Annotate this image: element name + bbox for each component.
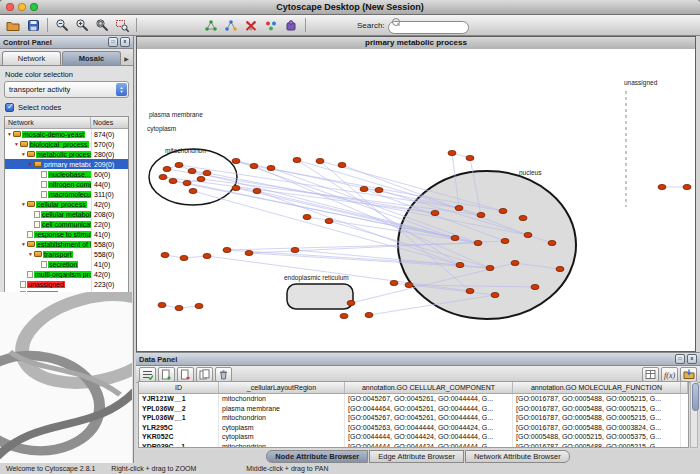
node-color-dropdown[interactable]: transporter activity ▲▼ (4, 81, 129, 98)
table-cell[interactable]: [GO:0016787, GO:0005488, GO:0005215, G..… (513, 394, 681, 404)
vizmapper-icon[interactable] (262, 17, 280, 34)
network-node[interactable] (486, 265, 494, 270)
network-node[interactable] (232, 158, 240, 163)
import-network-icon[interactable] (202, 17, 220, 34)
float-panel-icon[interactable]: □ (108, 37, 118, 47)
tree-row-response-to-stimul[interactable]: ▼response to stimul...41(0) (5, 229, 128, 239)
network-node[interactable] (347, 300, 355, 305)
network-node[interactable] (556, 266, 564, 271)
network-node[interactable] (511, 260, 519, 265)
table-cell[interactable]: YKR052C (139, 432, 219, 442)
network-node[interactable] (291, 247, 299, 252)
network-node[interactable] (466, 155, 474, 160)
save-session-icon[interactable] (24, 17, 42, 34)
close-panel-icon[interactable]: x (687, 354, 697, 364)
network-node[interactable] (338, 162, 346, 167)
table-cell[interactable]: [GO:0045267, GO:0045261, GO:0044444, G..… (345, 394, 513, 404)
create-attribute-icon[interactable] (158, 367, 175, 382)
network-tree-label[interactable]: transport (43, 251, 73, 258)
network-overview-thumbnail[interactable] (0, 292, 132, 463)
tree-row-mosaic-demo-yeast[interactable]: ▼mosaic-demo-yeast874(0) (5, 129, 128, 139)
table-cell[interactable]: [GO:0044444, GO:0044424, GO:0044444, G..… (345, 432, 513, 442)
network-node[interactable] (189, 188, 197, 193)
network-node[interactable] (267, 165, 275, 170)
network-tree-label[interactable]: nucleobase... (48, 171, 91, 178)
network-node[interactable] (175, 305, 183, 310)
network-tree-label[interactable]: metabolic process (36, 151, 91, 158)
tab-mosaic[interactable]: Mosaic (62, 51, 121, 65)
network-node[interactable] (501, 238, 509, 243)
column-header-network[interactable]: Network (5, 117, 91, 128)
network-node[interactable] (474, 240, 482, 245)
network-node[interactable] (293, 157, 301, 162)
table-cell[interactable]: YLR295C (139, 423, 219, 433)
network-node[interactable] (491, 292, 499, 297)
table-cell[interactable]: [GO:0045263, GO:0044444, GO:0044424, G..… (345, 423, 513, 433)
network-tree-label[interactable]: secretion (48, 261, 78, 268)
scrollbar-thumb[interactable] (692, 383, 699, 411)
network-node[interactable] (524, 232, 532, 237)
network-node[interactable] (466, 288, 474, 293)
network-node[interactable] (175, 162, 183, 167)
network-node[interactable] (519, 215, 527, 220)
tab-network[interactable]: Network (2, 51, 61, 65)
attribute-list-icon[interactable] (196, 367, 213, 382)
tree-row-nitrogen-compo[interactable]: ▼nitrogen compo...44(0) (5, 179, 128, 189)
network-node[interactable] (456, 262, 464, 267)
plugin-manager-icon[interactable] (282, 17, 300, 34)
network-tree-label[interactable]: cellular metabol... (41, 211, 91, 218)
close-panel-icon[interactable]: x (120, 37, 130, 47)
table-row[interactable]: YPL036W__2plasma membrane[GO:0044464, GO… (139, 404, 688, 414)
table-row[interactable]: YPL036W__1mitochondrion[GO:0045267, GO:0… (139, 413, 688, 423)
tab-network-attribute-browser[interactable]: Network Attribute Browser (465, 450, 570, 463)
table-cell[interactable]: mitochondrion (219, 394, 345, 404)
network-node[interactable] (203, 170, 211, 175)
tree-row-multi-organism-pro[interactable]: ▼multi-organism pro...42(0) (5, 269, 128, 279)
delete-attribute-icon[interactable] (177, 367, 194, 382)
table-cell[interactable]: [GO:0016787, GO:0005488, GO:0003824, G..… (513, 423, 681, 433)
table-row[interactable]: YDR039C__1mitochondrion[GO:0044444, GO:0… (139, 442, 688, 449)
table-scrollbar[interactable] (690, 381, 698, 448)
float-panel-icon[interactable]: □ (675, 354, 685, 364)
tree-row-establishment-of-lo[interactable]: ▼establishment of lo...558(0) (5, 239, 128, 249)
tree-row-primary-metabo[interactable]: ▼primary metabo...209(0) (5, 159, 128, 169)
network-node[interactable] (316, 158, 324, 163)
zoom-window-button[interactable] (30, 3, 38, 11)
network-node[interactable] (375, 187, 383, 192)
table-cell[interactable]: mitochondrion (219, 442, 345, 449)
network-node[interactable] (158, 302, 166, 307)
network-node[interactable] (325, 218, 333, 223)
table-cell[interactable]: [GO:0005488, GO:0005215, GO:0005375, G..… (513, 432, 681, 442)
table-cell[interactable]: [GO:0016787, GO:0005488, GO:0005215, G..… (513, 413, 681, 423)
tree-row-cellular-metabol[interactable]: ▼cellular metabol...208(0) (5, 209, 128, 219)
network-node[interactable] (548, 240, 556, 245)
table-cell[interactable]: YDR039C__1 (139, 442, 219, 449)
destroy-network-icon[interactable] (242, 17, 260, 34)
network-node[interactable] (405, 282, 413, 287)
column-header[interactable]: _cellularLayoutRegion (219, 382, 345, 393)
zoom-in-icon[interactable] (73, 17, 91, 34)
network-node[interactable] (340, 313, 348, 318)
tab-edge-attribute-browser[interactable]: Edge Attribute Browser (369, 450, 464, 463)
network-node[interactable] (161, 252, 169, 257)
tree-row-metabolic-process[interactable]: ▼metabolic process280(0) (5, 149, 128, 159)
table-cell[interactable]: [GO:0045267, GO:0045261, GO:0044444, G..… (345, 413, 513, 423)
zoom-selected-region-icon[interactable] (113, 17, 131, 34)
network-tree-label[interactable]: primary metabo... (43, 161, 91, 168)
network-tree-label[interactable]: mosaic-demo-yeast (22, 131, 85, 138)
attribute-table[interactable]: ID_cellularLayoutRegionannotation.GO CEL… (138, 381, 689, 448)
table-cell[interactable]: YPL036W__1 (139, 413, 219, 423)
delete-table-icon[interactable] (215, 367, 232, 382)
tree-row-biological-process[interactable]: ▼biological_process570(0) (5, 139, 128, 149)
network-node[interactable] (455, 205, 463, 210)
search-input[interactable] (388, 21, 469, 34)
table-cell[interactable]: cytoplasm (219, 423, 345, 433)
network-tree-label[interactable]: multi-organism pro... (34, 271, 91, 278)
table-cell[interactable]: [GO:0016787, GO:0005488, GO:0005215, G..… (513, 442, 681, 449)
network-node[interactable] (180, 255, 188, 260)
tree-row-nucleobase[interactable]: ▼nucleobase...60(0) (5, 169, 128, 179)
network-node[interactable] (169, 178, 177, 183)
network-tree-label[interactable]: biological_process (29, 141, 89, 148)
tab-node-attribute-browser[interactable]: Node Attribute Browser (266, 450, 368, 463)
table-cell[interactable]: [GO:0016787, GO:0005488, GO:0005215, G..… (513, 404, 681, 414)
